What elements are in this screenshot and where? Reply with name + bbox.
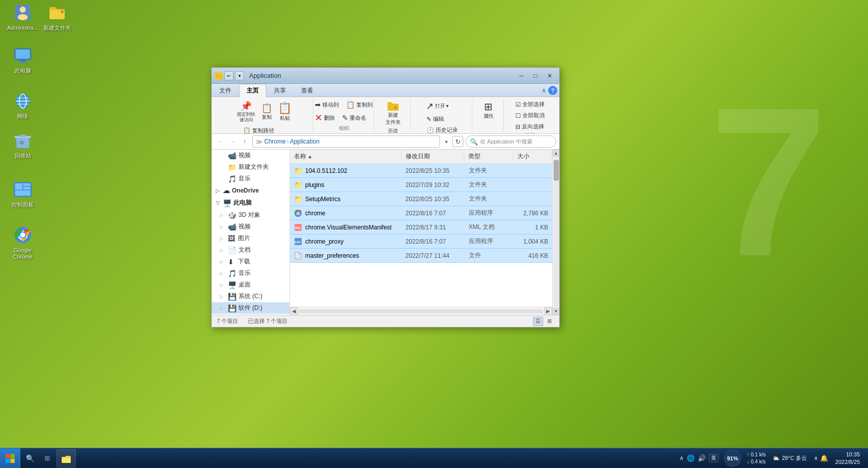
table-row[interactable]: EXE chrome_proxy 2022/8/16 7:07 应用程序 1,0… (290, 235, 552, 249)
desktop-icon-control-panel[interactable]: 控制面板 (5, 179, 40, 208)
address-dropdown[interactable]: ▾ (442, 135, 450, 148)
open-btn[interactable]: ↗ 打开 ▾ (423, 99, 452, 113)
path-chrome[interactable]: Chrome (264, 138, 286, 145)
h-scroll-right-btn[interactable]: ▶ (544, 307, 552, 315)
nav-onedrive[interactable]: ▷ ☁ OneDrive (212, 184, 290, 197)
invert-select-btn[interactable]: ⊟反向选择 (512, 121, 547, 132)
svg-rect-5 (16, 50, 30, 59)
select-all-btn[interactable]: ☑全部选择 (512, 99, 548, 110)
ribbon-help-btn[interactable]: ? (548, 86, 557, 95)
properties-btn[interactable]: ⊞ 属性 (481, 99, 496, 121)
deselect-all-btn[interactable]: ☐全部取消 (512, 110, 548, 121)
col-header-date[interactable]: 修改日期 (402, 151, 465, 162)
nav-item-pictures[interactable]: ▷ 🖼 图片 (212, 232, 290, 244)
expand-pictures: ▷ (220, 236, 225, 241)
tray-expand-btn[interactable]: ∧ (680, 455, 684, 461)
nav-item-documents[interactable]: ▷ 📄 文档 (212, 244, 290, 256)
nav-item-software-d[interactable]: ▷ 💾 软件 (D:) (212, 302, 290, 314)
v-scroll-up-btn[interactable]: ▲ (553, 150, 560, 157)
select-label: 选择 (525, 132, 535, 133)
forward-button[interactable]: → (227, 136, 238, 147)
desktop-icon-recycle[interactable]: ♻ 回收站 (5, 130, 40, 159)
ribbon-tab-file[interactable]: 文件 (212, 84, 239, 97)
col-header-size[interactable]: 大小 (513, 151, 552, 162)
nav-item-system-c[interactable]: ▷ 💾 系统 (C:) (212, 291, 290, 302)
svg-rect-36 (10, 454, 15, 458)
close-button[interactable]: ✕ (543, 71, 556, 81)
detail-view-btn[interactable]: ☰ (533, 317, 543, 326)
table-row[interactable]: chrome 2022/8/16 7:07 应用程序 2,786 KB (290, 206, 552, 220)
nav-item-desktop[interactable]: ▷ 🖥️ 桌面 (212, 279, 290, 291)
tray-network-icon[interactable]: 🌐 (687, 454, 695, 462)
col-header-name[interactable]: 名称 ▲ (290, 151, 402, 162)
tile-view-btn[interactable]: ⊞ (544, 317, 554, 326)
clock-time: 10:35 (835, 451, 860, 458)
minimize-button[interactable]: ─ (515, 71, 528, 81)
back-button[interactable]: ← (215, 136, 226, 147)
svg-rect-7 (18, 62, 28, 63)
refresh-button[interactable]: ↻ (452, 136, 463, 147)
delete-btn[interactable]: ✕删除 (312, 111, 338, 125)
nav-item-3d[interactable]: ▷ 🎲 3D 对象 (212, 209, 290, 221)
start-button[interactable] (0, 448, 20, 469)
v-scroll-track[interactable] (554, 158, 559, 307)
address-path[interactable]: ≫ Chrome › Application (252, 135, 440, 148)
file-name-cell: 📁 SetupMetrics (290, 194, 402, 204)
nav-item-new-folder[interactable]: 📁 新建文件夹 (212, 161, 290, 173)
vertical-scrollbar[interactable]: ▲ ▼ (552, 150, 559, 315)
rename-btn[interactable]: ✎重命名 (339, 111, 369, 125)
tray-arrow-icon[interactable]: ∧ (814, 455, 818, 461)
v-scroll-down-btn[interactable]: ▼ (553, 308, 560, 315)
nav-item-downloads[interactable]: ▷ ⬇ 下载 (212, 256, 290, 267)
table-row[interactable]: 📁 104.0.5112.102 2022/8/25 10:35 文件夹 (290, 164, 552, 178)
nav-item-video2[interactable]: ▷ 📹 视频 (212, 221, 290, 232)
col-header-type[interactable]: 类型 (464, 151, 513, 162)
ribbon-tab-view[interactable]: 查看 (294, 84, 321, 97)
copy-to-btn[interactable]: 📋复制到 (343, 99, 376, 110)
desktop-icon-chrome[interactable]: Google Chrome (5, 225, 40, 260)
move-to-btn[interactable]: ➡移动到 (312, 99, 342, 110)
quick-access-btn-1[interactable]: ↩ (224, 71, 233, 80)
taskbar-task-view-btn[interactable]: ⊞ (39, 451, 55, 466)
horizontal-scrollbar[interactable]: ◀ ▶ (290, 307, 552, 315)
table-row[interactable]: 📁 plugins 2022/7/29 10:32 文件夹 (290, 178, 552, 192)
edit-btn[interactable]: ✎编辑 (423, 114, 461, 124)
desktop-icon-computer[interactable]: 此电脑 (5, 45, 40, 74)
tray-language-btn[interactable]: 英 (709, 454, 718, 462)
taskbar-app-explorer[interactable] (57, 449, 76, 467)
nav-item-music[interactable]: 🎵 音乐 (212, 173, 290, 184)
ribbon-collapse-btn[interactable]: ∧ (542, 87, 546, 94)
taskbar-search-btn[interactable]: 🔍 (22, 451, 37, 466)
table-row[interactable]: master_preferences 2022/7/27 11:44 文件 41… (290, 249, 552, 263)
v-scroll-thumb[interactable] (554, 160, 559, 180)
quick-access-btn-2[interactable]: ▾ (235, 71, 244, 80)
notification-icon[interactable]: 🔔 (820, 454, 828, 462)
maximize-button[interactable]: □ (529, 71, 542, 81)
table-row[interactable]: XML chrome.VisualElementsManifest 2022/8… (290, 220, 552, 235)
ribbon-tab-home[interactable]: 主页 (239, 84, 266, 97)
up-button[interactable]: ↑ (239, 136, 250, 147)
desktop-icon-new-folder[interactable]: + 新建文件夹 (39, 3, 75, 31)
file-size-cell (513, 184, 552, 186)
table-row[interactable]: 📁 SetupMetrics 2022/8/25 10:35 文件夹 (290, 192, 552, 206)
nav-this-pc[interactable]: ▽ 🖥️ 此电脑 (212, 197, 290, 209)
tray-volume-icon[interactable]: 🔊 (698, 454, 706, 462)
paste-btn[interactable]: 📋 粘贴 (276, 101, 294, 123)
ribbon-tab-share[interactable]: 共享 (266, 84, 294, 97)
copy-path-btn[interactable]: 📋 复制路径 (240, 125, 288, 133)
desktop-icon-admin[interactable]: Administra... (5, 3, 40, 31)
h-scroll-track[interactable] (299, 309, 543, 313)
nav-item-video-top[interactable]: 📹 视频 (212, 150, 290, 161)
clock-display[interactable]: 10:35 2022/8/25 (831, 451, 864, 465)
new-folder-btn[interactable]: + 新建文件夹 (383, 99, 403, 127)
svg-text:♻: ♻ (19, 139, 24, 146)
desktop-icon-network[interactable]: 网络 (5, 91, 40, 120)
history-btn[interactable]: 🕐历史记录 (423, 125, 461, 133)
search-box[interactable]: 🔍 在 Application 中搜索 (465, 135, 556, 148)
taskbar-weather[interactable]: ⛅ 28°C 多云 (768, 454, 811, 462)
copy-btn[interactable]: 📋 复制 (259, 101, 275, 122)
pin-quick-access-btn[interactable]: 📌 固定到快速访问 (234, 99, 258, 124)
nav-item-music2[interactable]: ▷ 🎵 音乐 (212, 267, 290, 279)
h-scroll-left-btn[interactable]: ◀ (290, 307, 298, 315)
path-application[interactable]: Application (290, 138, 320, 145)
